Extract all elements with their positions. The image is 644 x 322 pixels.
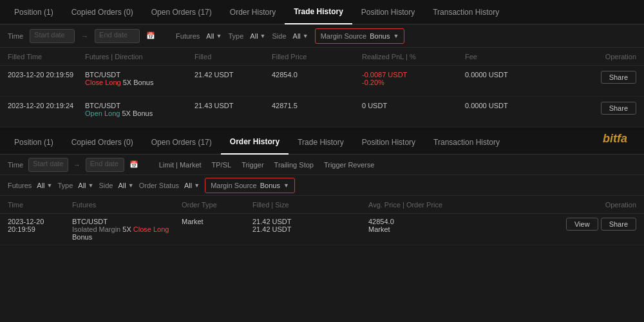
row3-view-btn[interactable]: View: [566, 218, 598, 231]
type-dropdown-arrow-2: ▼: [88, 182, 94, 189]
row2-op: Share: [542, 102, 636, 115]
margin-source-label-2: Margin Source: [211, 182, 257, 189]
row3-avg-price: 42854.0 Market: [368, 218, 484, 233]
row3-share-btn[interactable]: Share: [601, 218, 636, 231]
calendar-icon: 📅: [146, 32, 155, 40]
row3-filled: 21.42 USDT 21.42 USDT: [252, 218, 368, 233]
section-trade-history: Position (1) Copied Orders (0) Open Orde…: [0, 0, 644, 128]
end-date-input[interactable]: End date: [95, 29, 140, 43]
row2-filled: 21.43 USDT: [194, 102, 272, 109]
col-headers-1: Filled Time Futures | Direction Filled F…: [0, 48, 644, 66]
futures-dropdown-arrow-2: ▼: [47, 182, 53, 189]
row1-tag: Bonus: [133, 79, 153, 86]
trade-history-row-2: 2023-12-20 20:19:24 BTC/USDT Open Long 5…: [0, 97, 644, 128]
order-status-dropdown[interactable]: All ▼: [184, 182, 200, 189]
side-dropdown-arrow-2: ▼: [128, 182, 134, 189]
bottom-nav-tabs: Position (1) Copied Orders (0) Open Orde…: [0, 130, 644, 155]
side-dropdown-2[interactable]: All ▼: [118, 182, 134, 189]
futures-dropdown-2[interactable]: All ▼: [37, 182, 52, 189]
type-label-2: Type: [57, 182, 73, 189]
side-dropdown-1[interactable]: All ▼: [293, 32, 308, 40]
row2-tag: Bonus: [133, 109, 153, 117]
row1-time: 2023-12-20 20:19:59: [8, 71, 85, 79]
row1-filled-price: 42854.0: [272, 71, 362, 79]
row2-filled-price: 42871.5: [272, 102, 362, 109]
row1-pnl: -0.0087 USDT -0.20%: [362, 71, 465, 86]
col-filled: Filled: [194, 53, 272, 61]
side-label-1: Side: [272, 32, 287, 40]
end-date-input-2[interactable]: End date: [86, 158, 124, 172]
futures-dropdown-arrow-1: ▼: [216, 33, 222, 39]
row2-pnl: 0 USDT: [362, 102, 465, 109]
row2-futures: BTC/USDT Open Long 5X Bonus: [85, 102, 194, 117]
row3-time: 2023-12-20 20:19:59: [8, 218, 72, 233]
futures-dropdown-1[interactable]: All ▼: [206, 32, 222, 40]
col2-time: Time: [8, 201, 72, 209]
col2-operation: Operation: [484, 201, 636, 209]
tab-open-orders[interactable]: Open Orders (17): [142, 0, 221, 24]
section-order-history: Position (1) Copied Orders (0) Open Orde…: [0, 128, 644, 245]
row3-leverage: 5X: [122, 225, 131, 233]
row2-pnl1: 0 USDT: [362, 102, 465, 109]
type-filter-limit-market[interactable]: Limit | Market: [159, 161, 202, 169]
tab-position-history[interactable]: Position History: [352, 0, 424, 24]
row1-op: Share: [542, 71, 636, 84]
row2-direction: Open Long: [85, 109, 120, 117]
row1-pnl1: -0.0087 USDT: [362, 71, 465, 79]
row3-futures: BTC/USDT Isolated Margin 5X Close Long B…: [72, 218, 182, 241]
date-range-arrow: →: [81, 32, 88, 40]
row1-filled: 21.42 USDT: [194, 71, 272, 79]
date-range-arrow-2: →: [73, 161, 80, 169]
margin-source-arrow-2: ▼: [283, 182, 289, 189]
start-date-input-2[interactable]: Start date: [28, 158, 68, 172]
side-dropdown-arrow-1: ▼: [303, 33, 308, 39]
type-dropdown-1[interactable]: All ▼: [250, 32, 265, 40]
row3-margin-type: Isolated Margin: [72, 225, 120, 233]
row3-direction: Close Long: [133, 225, 169, 233]
calendar-icon-2: 📅: [129, 160, 138, 169]
tab-trade-history[interactable]: Trade History: [285, 0, 352, 24]
tab2-trade-history[interactable]: Trade History: [289, 130, 353, 155]
row2-share-btn[interactable]: Share: [601, 102, 636, 115]
type-dropdown-2[interactable]: All ▼: [78, 182, 93, 189]
margin-source-value-1: Bonus: [370, 32, 390, 40]
row1-direction: Close Long: [85, 79, 121, 86]
tab-copied-orders[interactable]: Copied Orders (0): [62, 0, 142, 24]
type-filter-trigger-reverse[interactable]: Trigger Reverse: [324, 161, 374, 169]
tab-order-history[interactable]: Order History: [221, 0, 285, 24]
type-filter-trailing[interactable]: Trailing Stop: [274, 161, 314, 169]
margin-source-filter-1[interactable]: Margin Source Bonus ▼: [315, 28, 405, 44]
tab-position[interactable]: Position (1): [5, 0, 62, 24]
time-label-2: Time: [8, 161, 23, 169]
tab2-position-history[interactable]: Position History: [353, 130, 424, 155]
row3-order-type: Market: [182, 218, 252, 225]
top-nav-tabs: Position (1) Copied Orders (0) Open Orde…: [0, 0, 644, 24]
margin-source-filter-2[interactable]: Margin Source Bonus ▼: [205, 178, 295, 193]
type-filter-tpsl[interactable]: TP/SL: [212, 161, 232, 169]
row1-share-btn[interactable]: Share: [601, 71, 636, 84]
row2-fee: 0.0000 USDT: [465, 102, 542, 109]
col2-futures: Futures: [72, 201, 182, 209]
tab2-position[interactable]: Position (1): [5, 130, 62, 155]
time-label: Time: [8, 32, 23, 40]
type-filter-trigger[interactable]: Trigger: [242, 161, 263, 169]
filter-row-2: Futures All ▼ Type All ▼ Side All ▼ Orde…: [0, 175, 644, 196]
type-filter-row: Time Start date → End date 📅 Limit | Mar…: [0, 155, 644, 175]
type-label-1: Type: [229, 32, 244, 40]
col2-order-type: Order Type: [182, 201, 252, 209]
tab2-open-orders[interactable]: Open Orders (17): [142, 130, 221, 155]
tab-transaction-history[interactable]: Transaction History: [424, 0, 508, 24]
col-filled-time: Filled Time: [8, 53, 85, 61]
tab2-order-history[interactable]: Order History: [221, 130, 289, 155]
tab2-copied-orders[interactable]: Copied Orders (0): [62, 130, 142, 155]
tab2-transaction-history[interactable]: Transaction History: [424, 130, 509, 155]
side-label-2: Side: [99, 182, 113, 189]
row2-time: 2023-12-20 20:19:24: [8, 102, 85, 109]
margin-source-value-2: Bonus: [260, 182, 280, 189]
futures-label-2: Futures: [8, 182, 32, 189]
margin-source-arrow-1: ▼: [393, 33, 399, 39]
order-status-label: Order Status: [139, 182, 179, 189]
start-date-input[interactable]: Start date: [30, 29, 75, 43]
trade-history-row-1: 2023-12-20 20:19:59 BTC/USDT Close Long …: [0, 66, 644, 97]
row1-leverage: 5X: [123, 79, 131, 86]
